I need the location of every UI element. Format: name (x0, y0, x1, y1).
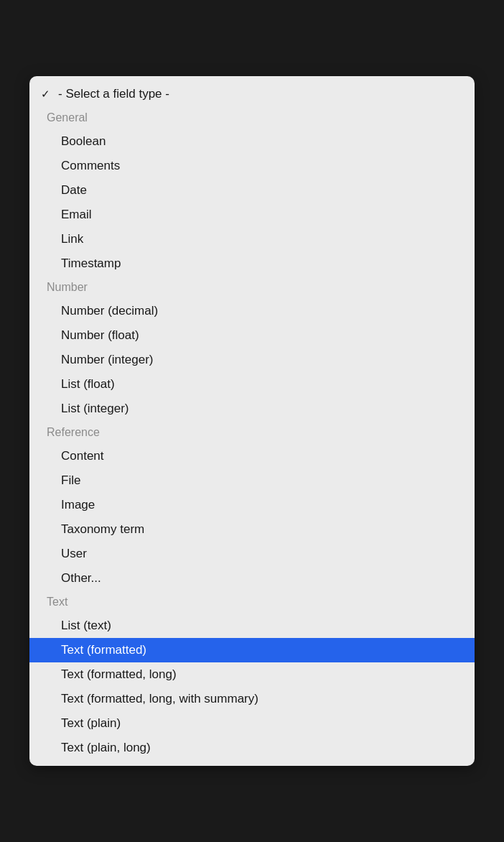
boolean-option[interactable]: Boolean (29, 129, 475, 154)
date-option[interactable]: Date (29, 178, 475, 203)
list-text-option[interactable]: List (text) (29, 614, 475, 638)
text-formatted-long-option[interactable]: Text (formatted, long) (29, 662, 475, 687)
text-category-header: Text (29, 591, 475, 614)
text-formatted-long-summary-option[interactable]: Text (formatted, long, with summary) (29, 687, 475, 711)
user-option[interactable]: User (29, 542, 475, 566)
image-option[interactable]: Image (29, 493, 475, 517)
list-integer-option[interactable]: List (integer) (29, 397, 475, 421)
comments-option[interactable]: Comments (29, 154, 475, 178)
content-option[interactable]: Content (29, 444, 475, 468)
general-category-header: General (29, 106, 475, 129)
select-placeholder-option[interactable]: ✓ - Select a field type - (29, 82, 475, 106)
taxonomy-term-option[interactable]: Taxonomy term (29, 517, 475, 542)
number-decimal-option[interactable]: Number (decimal) (29, 299, 475, 323)
text-plain-option[interactable]: Text (plain) (29, 711, 475, 736)
field-type-dropdown[interactable]: ✓ - Select a field type - General Boolea… (29, 76, 475, 766)
timestamp-option[interactable]: Timestamp (29, 251, 475, 276)
check-icon: ✓ (41, 88, 52, 101)
email-option[interactable]: Email (29, 203, 475, 227)
list-float-option[interactable]: List (float) (29, 372, 475, 397)
text-formatted-option[interactable]: Text (formatted) (29, 638, 475, 662)
placeholder-label: - Select a field type - (58, 87, 169, 101)
file-option[interactable]: File (29, 468, 475, 493)
number-integer-option[interactable]: Number (integer) (29, 348, 475, 372)
number-float-option[interactable]: Number (float) (29, 323, 475, 348)
number-category-header: Number (29, 276, 475, 299)
reference-category-header: Reference (29, 421, 475, 444)
text-plain-long-option[interactable]: Text (plain, long) (29, 736, 475, 760)
other-option[interactable]: Other... (29, 566, 475, 591)
link-option[interactable]: Link (29, 227, 475, 251)
